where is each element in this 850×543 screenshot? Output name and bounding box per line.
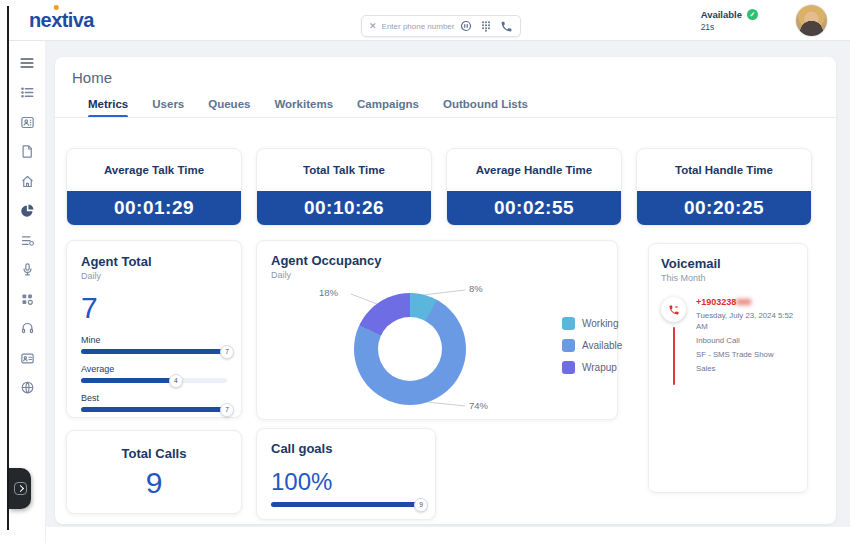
bar-row-best: Best 7 — [81, 393, 227, 412]
call-goals-card: Call goals 100% 9 — [256, 428, 436, 520]
bar-label: Best — [81, 393, 227, 403]
metric-card-average-handle-time: Average Handle Time 00:02:55 — [446, 148, 622, 226]
clear-x-icon[interactable]: ✕ — [369, 22, 377, 31]
donut-legend: Working Available Wrapup — [562, 317, 622, 374]
legend-item-wrapup[interactable]: Wrapup — [562, 361, 622, 374]
apps-settings-icon[interactable] — [19, 291, 35, 307]
total-calls-value: 9 — [67, 466, 241, 500]
call-icon[interactable] — [500, 20, 513, 33]
progress-bubble: 4 — [169, 374, 183, 388]
voicemail-card: Voicemail This Month +1903238888 Tuesday… — [648, 243, 808, 493]
metric-value: 00:02:55 — [447, 191, 621, 225]
nextiva-logo: nextiva — [29, 9, 94, 32]
agent-total-card: Agent Total Daily 7 Mine 7 Average 4 Bes… — [66, 240, 242, 418]
tab-workitems[interactable]: Workitems — [274, 98, 333, 118]
voicemail-queue: Sales — [696, 363, 795, 374]
metric-card-average-talk-time: Average Talk Time 00:01:29 — [66, 148, 242, 226]
slice-label-available: 74% — [469, 400, 488, 411]
metric-card-total-talk-time: Total Talk Time 00:10:26 — [256, 148, 432, 226]
call-goals-value: 100% — [271, 468, 421, 496]
menu-icon[interactable] — [19, 55, 35, 71]
phone-dialer-widget[interactable]: ✕ — [361, 15, 521, 37]
progress-bar: 7 — [81, 407, 227, 412]
legend-item-available[interactable]: Available — [562, 339, 622, 352]
globe-icon[interactable] — [19, 380, 35, 396]
voicemail-phone-icon — [661, 297, 686, 322]
status-timer: 21s — [701, 22, 758, 32]
logo-part: tiva — [62, 9, 94, 31]
card-title: Total Calls — [122, 446, 187, 461]
app-window: nextiva ✕ Available ✓ 21s — [0, 0, 850, 543]
dialpad-icon[interactable] — [480, 20, 492, 32]
bar-label: Average — [81, 364, 227, 374]
legend-item-working[interactable]: Working — [562, 317, 622, 330]
home-icon[interactable] — [19, 173, 35, 189]
bar-label: Mine — [81, 335, 227, 345]
metric-label: Average Talk Time — [67, 164, 241, 176]
status-label: Available — [701, 9, 742, 20]
logo-x-with-dot: x — [51, 9, 62, 31]
voicemail-datetime: Tuesday, July 23, 2024 5:52 AM — [696, 310, 795, 332]
tab-bar: Metrics Users Queues Workitems Campaigns… — [88, 98, 528, 118]
top-bar: nextiva ✕ Available ✓ 21s — [9, 0, 850, 41]
total-calls-card: Total Calls 9 — [66, 430, 242, 514]
card-title: Call goals — [271, 441, 421, 456]
microphone-icon[interactable] — [19, 262, 35, 278]
progress-bar: 4 — [81, 378, 227, 383]
metric-label: Average Handle Time — [447, 164, 621, 176]
progress-fill — [81, 349, 227, 354]
voicemail-timeline — [673, 327, 675, 385]
list-settings-icon[interactable] — [19, 232, 35, 248]
legend-swatch-working — [562, 317, 575, 330]
pause-circle-icon[interactable] — [460, 20, 472, 32]
tab-metrics[interactable]: Metrics — [88, 98, 128, 118]
metric-value: 00:10:26 — [257, 191, 431, 225]
number-visible: +1903238 — [696, 297, 736, 307]
agent-total-value: 7 — [81, 291, 227, 325]
number-masked: 888 — [736, 297, 751, 307]
voicemail-entry[interactable]: +1903238888 Tuesday, July 23, 2024 5:52 … — [661, 297, 795, 374]
tab-users[interactable]: Users — [152, 98, 184, 118]
tab-outbound-lists[interactable]: Outbound Lists — [443, 98, 528, 118]
document-icon[interactable] — [19, 144, 35, 160]
progress-bubble: 7 — [220, 403, 234, 417]
status-check-icon: ✓ — [747, 9, 758, 20]
progress-bubble: 7 — [220, 345, 234, 359]
legend-label: Available — [582, 340, 622, 351]
pie-chart-icon[interactable] — [19, 203, 35, 219]
expand-panel-button[interactable] — [9, 468, 31, 509]
headset-icon[interactable] — [19, 321, 35, 337]
legend-swatch-wrapup — [562, 361, 575, 374]
voicemail-direction: Inbound Call — [696, 335, 795, 346]
user-avatar[interactable] — [796, 5, 827, 36]
legend-label: Wrapup — [582, 362, 617, 373]
phone-number-input[interactable] — [382, 22, 455, 31]
voicemail-number: +1903238888 — [696, 297, 795, 307]
legend-swatch-available — [562, 339, 575, 352]
card-title: Agent Total — [81, 254, 227, 269]
card-title: Voicemail — [661, 256, 795, 271]
metric-label: Total Talk Time — [257, 164, 431, 176]
metric-label: Total Handle Time — [637, 164, 811, 176]
metric-card-total-handle-time: Total Handle Time 00:20:25 — [636, 148, 812, 226]
tab-campaigns[interactable]: Campaigns — [357, 98, 419, 118]
agent-status[interactable]: Available ✓ 21s — [701, 9, 758, 32]
main-panel: Home Metrics Users Queues Workitems Camp… — [55, 57, 836, 524]
dialer-actions — [460, 20, 513, 33]
bar-row-mine: Mine 7 — [81, 335, 227, 354]
queue-list-icon[interactable] — [19, 85, 35, 101]
contact-card-icon[interactable] — [19, 114, 35, 130]
slice-label-wrapup: 18% — [319, 287, 338, 298]
progress-fill — [81, 378, 176, 383]
progress-fill — [81, 407, 227, 412]
bar-row-average: Average 4 — [81, 364, 227, 383]
slice-label-working: 8% — [469, 283, 483, 294]
legend-label: Working — [582, 318, 619, 329]
occupancy-donut[interactable] — [354, 293, 466, 405]
tab-queues[interactable]: Queues — [208, 98, 250, 118]
call-goals-bar: 9 — [271, 502, 421, 507]
progress-bar: 7 — [81, 349, 227, 354]
page-title: Home — [72, 69, 112, 86]
agent-card-icon[interactable] — [19, 350, 35, 366]
metric-value: 00:01:29 — [67, 191, 241, 225]
